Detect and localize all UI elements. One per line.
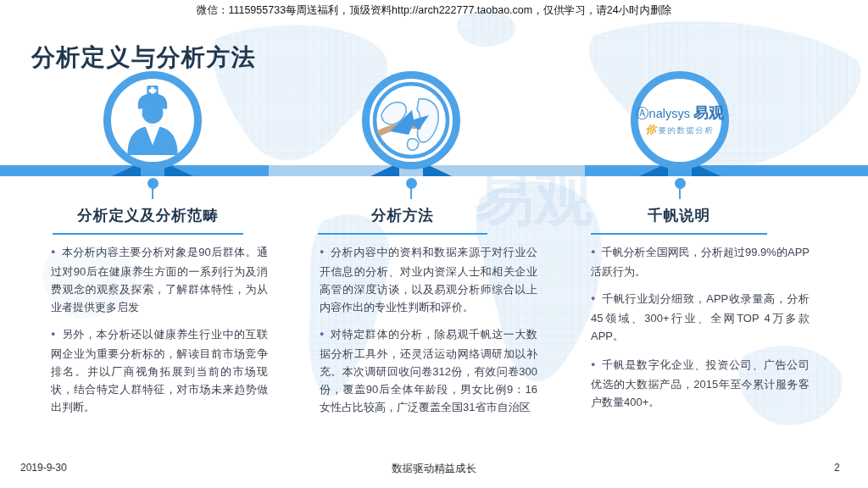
bullet-paragraph: ●对特定群体的分析，除易观千帆这一大数据分析工具外，还灵活运动网络调研加以补充。… (320, 325, 537, 416)
timeline-pin-stem (679, 188, 681, 199)
column-heading-definition: 分析定义及分析范畴 (53, 205, 243, 235)
bullet-text: 千帆分析全国网民，分析超过99.9%的APP活跃行为。 (591, 246, 810, 278)
bullet-dot-icon: ● (591, 247, 595, 256)
analysys-logo-tagline: 你要的数据分析 (636, 125, 724, 136)
watermark-top-text: 微信：1115955733每周送福利，顶级资料http://arch222777… (0, 3, 868, 18)
bullet-text: 分析内容中的资料和数据来源于对行业公开信息的分析、对业内资深人士和相关企业高管的… (320, 246, 537, 313)
circle-badge-definition (103, 71, 202, 169)
timeline-pin-stem (152, 188, 153, 199)
bullet-text: 对特定群体的分析，除易观千帆这一大数据分析工具外，还灵活运动网络调研加以补充。本… (320, 328, 537, 413)
footer-page-number: 2 (834, 462, 840, 474)
logo-brand-latin: nalysys (649, 107, 690, 120)
column-heading-method: 分析方法 (318, 205, 487, 235)
column-body-definition: ●本分析内容主要分析对象是90后群体。通过对90后在健康养生方面的一系列行为及消… (51, 243, 268, 425)
circle-badge-qianfan: Ⓐnalysys易观 你要的数据分析 (631, 71, 729, 169)
logo-brand-chinese: 易观 (693, 104, 724, 121)
analysys-logo-brand: Ⓐnalysys易观 (636, 105, 724, 122)
column-heading-qianfan: 千帆说明 (591, 205, 767, 235)
bullet-paragraph: ●本分析内容主要分析对象是90后群体。通过对90后在健康养生方面的一系列行为及消… (51, 243, 268, 316)
bullet-text: 本分析内容主要分析对象是90后群体。通过对90后在健康养生方面的一系列行为及消费… (51, 246, 268, 313)
presentation-slide: 易观 微信：1115955733每周送福利，顶级资料http://arch222… (0, 0, 868, 488)
circle-badge-method (362, 71, 460, 169)
analysys-logo: Ⓐnalysys易观 你要的数据分析 (636, 105, 724, 136)
bullet-text: 千帆是数字化企业、投资公司、广告公司优选的大数据产品，2015年至今累计服务客户… (591, 358, 810, 408)
column-body-method: ●分析内容中的资料和数据来源于对行业公开信息的分析、对业内资深人士和相关企业高管… (320, 243, 537, 425)
footer-motto: 数据驱动精益成长 (0, 462, 868, 476)
bullet-paragraph: ●千帆行业划分细致，APP收录量高，分析45领域、300+行业、全网TOP 4万… (591, 290, 810, 345)
bullet-text: 千帆行业划分细致，APP收录量高，分析45领域、300+行业、全网TOP 4万多… (591, 292, 810, 342)
bullet-paragraph: ●分析内容中的资料和数据来源于对行业公开信息的分析、对业内资深人士和相关企业高管… (320, 243, 537, 316)
bullet-dot-icon: ● (591, 294, 596, 302)
bullet-dot-icon: ● (51, 330, 56, 338)
logo-tagline-rest: 要的数据分析 (659, 125, 715, 135)
logo-tagline-highlight: 你 (646, 124, 658, 136)
bullet-paragraph: ●另外，本分析还以健康养生行业中的互联网企业为重要分析标的，解读目前市场竞争排名… (51, 325, 268, 416)
column-body-qianfan: ●千帆分析全国网民，分析超过99.9%的APP活跃行为。 ●千帆行业划分细致，A… (591, 243, 810, 420)
bullet-paragraph: ●千帆是数字化企业、投资公司、广告公司优选的大数据产品，2015年至今累计服务客… (591, 356, 810, 411)
nurse-icon (116, 84, 189, 157)
bullet-dot-icon: ● (591, 360, 596, 369)
bullet-dot-icon: ● (320, 330, 325, 338)
globe-arrow-icon (371, 80, 451, 160)
bullet-paragraph: ●千帆分析全国网民，分析超过99.9%的APP活跃行为。 (591, 243, 810, 280)
bullet-dot-icon: ● (320, 247, 325, 256)
logo-swirl-a-icon: Ⓐ (636, 106, 649, 120)
bullet-dot-icon: ● (51, 247, 56, 256)
page-title: 分析定义与分析方法 (31, 42, 257, 74)
bullet-text: 另外，本分析还以健康养生行业中的互联网企业为重要分析标的，解读目前市场竞争排名。… (51, 328, 268, 413)
timeline-pin-stem (410, 188, 412, 199)
